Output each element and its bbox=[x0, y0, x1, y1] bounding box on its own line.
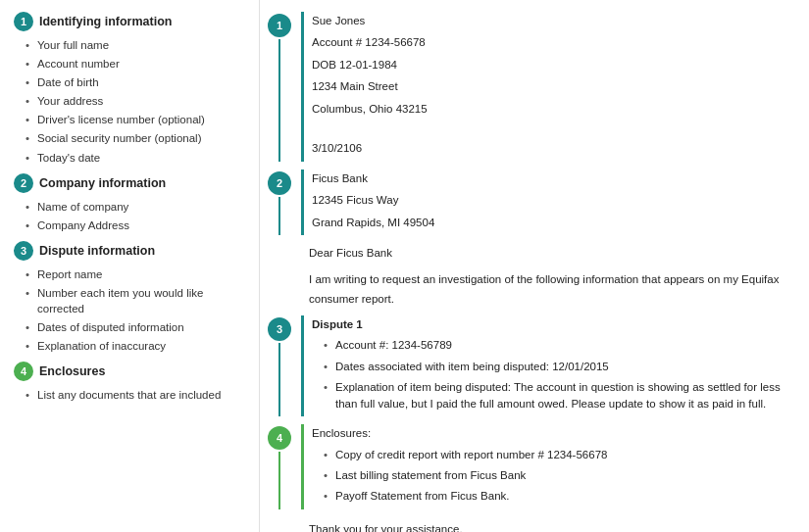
list-item: Today's date bbox=[24, 150, 245, 166]
dispute-item-1: Account #: 1234-56789 bbox=[322, 337, 791, 354]
name-line: Sue Jones bbox=[312, 12, 791, 29]
section-header-2: 2 Company information bbox=[14, 173, 245, 193]
line-2 bbox=[278, 197, 280, 235]
list-item: Report name bbox=[24, 266, 245, 282]
list-item: Explanation of inaccuracy bbox=[24, 338, 245, 354]
section-title-1: Identifying information bbox=[39, 15, 172, 28]
enclosures-list: Copy of credit report with report number… bbox=[312, 447, 791, 506]
closing-section: Thank you for your assistance. Sincerely… bbox=[260, 519, 791, 533]
left-panel: 1 Identifying information Your full name… bbox=[0, 0, 260, 532]
section-header-3: 3 Dispute information bbox=[14, 241, 245, 261]
salutation: Dear Ficus Bank bbox=[309, 243, 791, 264]
dispute-title: Dispute 1 bbox=[312, 315, 791, 333]
list-item: Dates of disputed information bbox=[24, 319, 245, 335]
step-4: 4 bbox=[268, 426, 291, 450]
section-1-list: Your full name Account number Date of bi… bbox=[14, 37, 245, 166]
line-4 bbox=[278, 452, 280, 508]
list-item: Company Address bbox=[24, 218, 245, 233]
list-item: Your address bbox=[24, 93, 245, 109]
enclosure-item-3: Payoff Statement from Ficus Bank. bbox=[322, 488, 791, 505]
section-header-1: 1 Identifying information bbox=[14, 12, 245, 31]
step-2: 2 bbox=[268, 171, 291, 195]
step-3: 3 bbox=[268, 317, 291, 341]
enclosure-item-2: Last billing statement from Ficus Bank bbox=[322, 467, 791, 484]
dispute-item-2: Dates associated with item being dispute… bbox=[322, 359, 791, 375]
left-section-3: 3 Dispute information Report name Number… bbox=[14, 241, 245, 354]
right-panel: 1 Sue Jones Account # 1234-56678 DOB 12-… bbox=[260, 0, 809, 532]
left-section-1: 1 Identifying information Your full name… bbox=[14, 12, 245, 166]
enclosure-item-1: Copy of credit report with report number… bbox=[322, 447, 791, 463]
section-4-list: List any documents that are included bbox=[14, 387, 245, 403]
city-line: Columbus, Ohio 43215 bbox=[312, 100, 791, 118]
list-item: Social security number (optional) bbox=[24, 130, 245, 146]
section-title-3: Dispute information bbox=[39, 244, 155, 258]
identifying-info-text: Sue Jones Account # 1234-56678 DOB 12-01… bbox=[312, 12, 791, 158]
enclosures-label: Enclosures: bbox=[312, 424, 791, 442]
section-header-4: 4 Enclosures bbox=[14, 362, 245, 381]
dispute-item-3: Explanation of item being disputed: The … bbox=[322, 379, 791, 413]
salutation-section: Dear Ficus Bank I am writing to request … bbox=[260, 243, 791, 310]
list-item: Driver's license number (optional) bbox=[24, 112, 245, 127]
timeline-col-1: 1 bbox=[260, 12, 299, 162]
date-line: 3/10/2106 bbox=[312, 139, 791, 157]
address-line: 1234 Main Street bbox=[312, 77, 791, 95]
letter-section-2: 2 Ficus Bank 12345 Ficus Way Grand Rapid… bbox=[260, 169, 791, 235]
letter-content-2: Ficus Bank 12345 Ficus Way Grand Rapids,… bbox=[301, 169, 791, 235]
section-title-2: Company information bbox=[39, 176, 166, 190]
company-info-text: Ficus Bank 12345 Ficus Way Grand Rapids,… bbox=[312, 169, 791, 231]
section-title-4: Enclosures bbox=[39, 364, 105, 378]
timeline-col-4: 4 bbox=[260, 424, 299, 508]
dispute-text: Dispute 1 Account #: 1234-56789 Dates as… bbox=[312, 315, 791, 412]
letter-content-1: Sue Jones Account # 1234-56678 DOB 12-01… bbox=[301, 12, 791, 162]
letter-content-3: Dispute 1 Account #: 1234-56789 Dates as… bbox=[301, 315, 791, 416]
account-line: Account # 1234-56678 bbox=[312, 33, 791, 51]
timeline-col-3: 3 bbox=[260, 315, 299, 416]
list-item: Your full name bbox=[24, 37, 245, 53]
list-item: List any documents that are included bbox=[24, 387, 245, 403]
company-address: 12345 Ficus Way bbox=[312, 191, 791, 209]
line-3 bbox=[278, 343, 280, 416]
letter-content-4: Enclosures: Copy of credit report with r… bbox=[301, 424, 791, 508]
section-3-list: Report name Number each item you would l… bbox=[14, 266, 245, 354]
section-2-list: Name of company Company Address bbox=[14, 199, 245, 233]
enclosures-text: Enclosures: Copy of credit report with r… bbox=[312, 424, 791, 505]
list-item: Date of birth bbox=[24, 74, 245, 90]
body-text: I am writing to request an investigation… bbox=[309, 269, 791, 310]
list-item: Number each item you would like correcte… bbox=[24, 285, 245, 316]
company-name: Ficus Bank bbox=[312, 169, 791, 187]
letter-section-1: 1 Sue Jones Account # 1234-56678 DOB 12-… bbox=[260, 12, 791, 162]
circle-3: 3 bbox=[14, 241, 33, 261]
left-section-4: 4 Enclosures List any documents that are… bbox=[14, 362, 245, 403]
circle-4: 4 bbox=[14, 362, 33, 381]
dob-line: DOB 12-01-1984 bbox=[312, 56, 791, 73]
dispute-list: Account #: 1234-56789 Dates associated w… bbox=[312, 337, 791, 412]
list-item: Name of company bbox=[24, 199, 245, 215]
timeline-col-2: 2 bbox=[260, 169, 299, 235]
step-1: 1 bbox=[268, 14, 291, 37]
circle-1: 1 bbox=[14, 12, 33, 31]
company-city: Grand Rapids, MI 49504 bbox=[312, 214, 791, 231]
left-section-2: 2 Company information Name of company Co… bbox=[14, 173, 245, 233]
letter-section-4: 4 Enclosures: Copy of credit report with… bbox=[260, 424, 791, 508]
letter-section-3: 3 Dispute 1 Account #: 1234-56789 Dates … bbox=[260, 315, 791, 416]
circle-2: 2 bbox=[14, 173, 33, 193]
line-1 bbox=[278, 39, 280, 162]
list-item: Account number bbox=[24, 56, 245, 72]
thanks-text: Thank you for your assistance. bbox=[309, 519, 791, 533]
